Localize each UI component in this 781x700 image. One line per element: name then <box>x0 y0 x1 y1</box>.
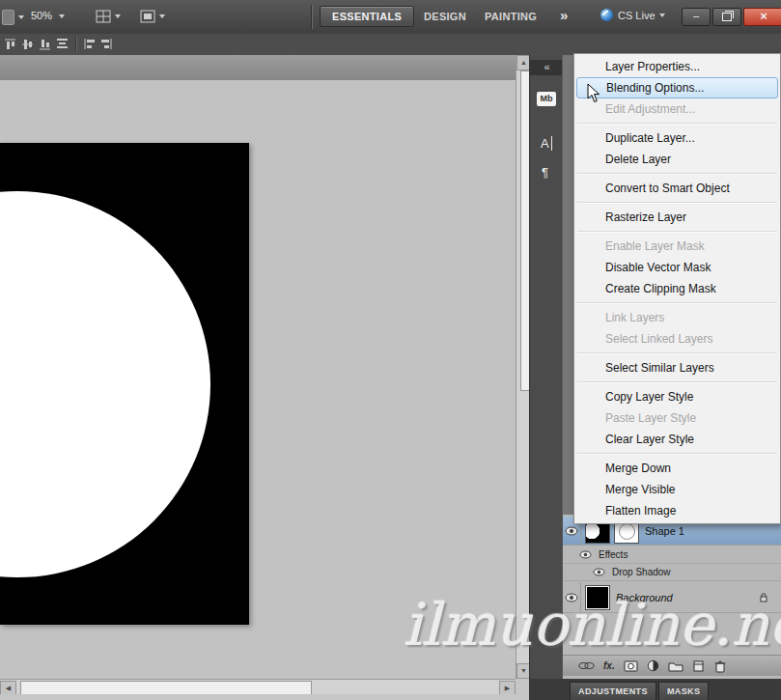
new-layer-icon[interactable] <box>692 659 705 672</box>
distribute-vertical-icon[interactable] <box>55 37 70 55</box>
group-folder-icon[interactable] <box>668 660 683 672</box>
tool-icon <box>2 10 14 25</box>
effects-row[interactable]: Effects <box>563 546 781 564</box>
menu-item[interactable]: Convert to Smart Object <box>576 178 778 199</box>
canvas-pasteboard[interactable] <box>0 80 516 679</box>
photoshop-window: 50% ESSENTIALS DESIGN PAINTING » CS Live <box>0 0 781 700</box>
tab-masks[interactable]: MASKS <box>658 682 710 700</box>
menu-item: Paste Layer Style <box>576 407 778 429</box>
menu-item[interactable]: Disable Vector Mask <box>576 257 778 278</box>
menu-item[interactable]: Delete Layer <box>576 149 778 170</box>
tab-adjustments[interactable]: ADJUSTMENTS <box>570 682 656 700</box>
mini-bridge-panel-icon[interactable]: Mb <box>537 92 556 106</box>
chevron-down-icon <box>115 14 121 18</box>
menu-item[interactable]: Flatten Image <box>576 500 778 521</box>
workspace-overflow-chevron[interactable]: » <box>560 7 568 23</box>
align-bottom-edges-icon[interactable] <box>38 37 52 55</box>
layer-name[interactable]: Shape 1 <box>645 525 684 537</box>
workspace-tab-painting[interactable]: PAINTING <box>485 11 537 22</box>
align-top-edges-icon[interactable] <box>3 37 17 55</box>
chevron-down-icon <box>18 15 24 19</box>
paragraph-panel-icon[interactable]: ¶ <box>542 165 548 180</box>
menu-item[interactable]: Duplicate Layer... <box>576 127 778 149</box>
scrollbar-corner <box>516 679 529 700</box>
cs-live-label: CS Live <box>618 10 655 21</box>
menu-separator <box>577 123 777 125</box>
chevron-down-icon <box>159 14 165 18</box>
drop-shadow-row[interactable]: Drop Shadow <box>563 563 781 581</box>
menu-item: Edit Adjustment... <box>576 98 778 120</box>
layers-panel-footer: fx. <box>563 655 781 676</box>
cs-live-icon <box>600 9 613 21</box>
menu-item[interactable]: Layer Properties... <box>576 56 778 77</box>
distribute-right-edges-icon[interactable] <box>99 37 114 55</box>
background-thumbnail[interactable] <box>585 585 610 610</box>
menu-item[interactable]: Blending Options... <box>576 77 778 98</box>
adjustment-layer-icon[interactable] <box>647 659 659 672</box>
menu-item: Select Linked Layers <box>576 328 778 350</box>
effects-label: Effects <box>599 549 628 560</box>
options-separator <box>75 36 76 52</box>
document-area-header <box>0 55 516 81</box>
visibility-eye-icon[interactable] <box>565 526 578 536</box>
layer-mask-icon[interactable] <box>624 660 638 672</box>
character-panel-icon[interactable]: A <box>541 136 552 151</box>
menu-item[interactable]: Copy Layer Style <box>576 386 778 407</box>
menu-item: Link Layers <box>576 307 778 328</box>
layer-style-icon[interactable]: fx. <box>603 660 615 671</box>
menu-item[interactable]: Merge Down <box>576 458 778 479</box>
chevron-down-icon <box>59 14 65 18</box>
distribute-left-edges-icon[interactable] <box>82 37 97 55</box>
menu-item[interactable]: Merge Visible <box>576 479 778 500</box>
link-layers-icon[interactable] <box>578 660 595 671</box>
workspace-tab-design[interactable]: DESIGN <box>424 11 466 22</box>
toolbar-separator <box>311 5 312 29</box>
layers-panel: Shape 1 Effects Drop Shadow Background f… <box>562 515 781 679</box>
menu-item[interactable]: Clear Layer Style <box>576 429 778 450</box>
document-canvas[interactable] <box>0 143 249 625</box>
menu-separator <box>577 302 777 304</box>
horizontal-scrollbar[interactable]: ◀ ▶ <box>0 679 516 695</box>
visibility-eye-icon[interactable] <box>565 593 578 602</box>
drop-shadow-label: Drop Shadow <box>612 567 671 577</box>
menu-item: Enable Layer Mask <box>576 236 778 257</box>
collapse-panels-button[interactable]: « <box>530 60 563 75</box>
menu-separator <box>577 231 777 233</box>
align-vertical-centers-icon[interactable] <box>20 37 35 55</box>
restore-button[interactable] <box>712 8 741 26</box>
window-controls: – × <box>682 8 781 26</box>
menu-separator <box>577 453 777 455</box>
zoom-value: 50% <box>31 10 52 21</box>
screen-mode-button[interactable] <box>137 8 168 25</box>
arrange-documents-button[interactable] <box>93 8 124 25</box>
zoom-level-dropdown[interactable]: 50% <box>31 10 65 21</box>
menu-item[interactable]: Create Clipping Mask <box>576 278 778 299</box>
screen-mode-icon <box>140 10 155 23</box>
menu-item[interactable]: Rasterize Layer <box>576 207 778 228</box>
cs-live-button[interactable]: CS Live <box>600 9 665 21</box>
menu-separator <box>577 381 777 383</box>
trash-icon[interactable] <box>713 659 727 673</box>
status-strip <box>0 694 516 700</box>
arrange-documents-icon <box>96 10 111 23</box>
menu-item[interactable]: Select Similar Layers <box>576 357 778 378</box>
cropped-tool-dropdown[interactable] <box>2 10 24 25</box>
minimize-button[interactable]: – <box>682 8 711 26</box>
workspace-tab-essentials[interactable]: ESSENTIALS <box>320 6 414 27</box>
background-layer-name: Background <box>616 592 673 603</box>
background-layer-row[interactable]: Background <box>563 582 781 613</box>
context-menu: Layer Properties...Blending Options...Ed… <box>573 53 781 524</box>
menu-separator <box>577 352 777 354</box>
panel-tab-bar: ADJUSTMENTS MASKS <box>529 679 781 700</box>
close-button[interactable]: × <box>743 8 781 26</box>
white-circle-shape <box>0 191 210 577</box>
application-bar: 50% ESSENTIALS DESIGN PAINTING » CS Live <box>0 0 781 35</box>
vertical-scrollbar[interactable]: ▲ ▼ <box>516 55 530 679</box>
menu-separator <box>577 173 777 175</box>
menu-separator <box>577 202 777 204</box>
panel-dock-iconbar: « Mb A ¶ <box>529 55 563 679</box>
restore-icon <box>722 13 732 21</box>
visibility-eye-icon[interactable] <box>593 568 605 576</box>
visibility-eye-icon[interactable] <box>579 550 592 559</box>
chevron-down-icon <box>659 14 665 17</box>
